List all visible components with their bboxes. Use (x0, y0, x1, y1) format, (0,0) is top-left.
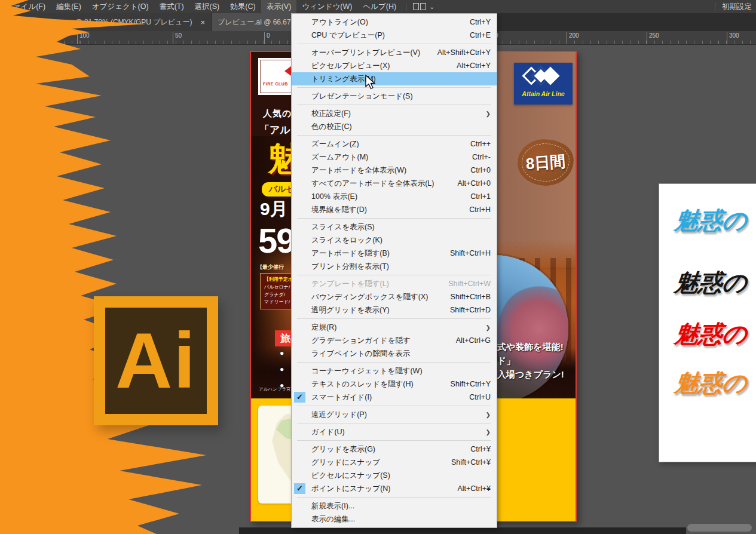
menu-item[interactable]: テキストのスレッドを隠す(H)Shift+Ctrl+Y (292, 378, 497, 391)
document-arrange-icon[interactable]: ⌄ (413, 0, 434, 13)
menu-item[interactable]: 表示の編集... (292, 512, 497, 526)
menu-item-label: アウトライン(O) (311, 17, 368, 27)
pasteboard-shade (239, 527, 686, 534)
menu-item-label: 定規(R) (311, 323, 336, 333)
menu-item[interactable]: 定規(R)❯ (292, 321, 497, 334)
menubar-item[interactable]: 選択(S) (189, 0, 225, 13)
menu-item-label: CPU でプレビュー(P) (311, 30, 385, 41)
ruler-label: 50 (175, 32, 182, 39)
menubar-item[interactable]: 編集(E) (51, 0, 87, 13)
menu-item[interactable]: ズームアウト(M)Ctrl+- (292, 151, 497, 164)
menu-item[interactable]: 境界線を隠す(D)Ctrl+H (292, 203, 497, 216)
menu-item-shortcut: Ctrl+¥ (470, 445, 491, 453)
flyer-headline: 「アル (259, 123, 290, 137)
menu-item-shortcut: Ctrl+U (469, 393, 491, 401)
view-menu-dropdown: アウトライン(O)Ctrl+YCPU でプレビュー(P)Ctrl+Eオーバープリ… (291, 13, 497, 528)
menu-item[interactable]: 校正設定(F)❯ (292, 107, 497, 120)
ruler-label: 300 (729, 32, 739, 39)
menu-item-shortcut: Alt+Ctrl+¥ (457, 484, 491, 493)
menu-item[interactable]: プレゼンテーションモード(S) (292, 90, 497, 103)
menu-item[interactable]: バウンディングボックスを隠す(X)Shift+Ctrl+B (292, 290, 497, 303)
menu-item[interactable]: グリッドを表示(G)Ctrl+¥ (292, 443, 497, 456)
decorated-text-sample: 魅惑の (673, 367, 749, 400)
menubar-item[interactable]: 表示(V) (261, 0, 297, 13)
ruler-label: 0 (267, 32, 270, 39)
menu-item[interactable]: ライブペイントの隙間を表示 (292, 347, 497, 360)
menu-item[interactable]: ズームイン(Z)Ctrl++ (292, 137, 497, 151)
menu-item[interactable]: アートボードを全体表示(W)Ctrl+0 (292, 164, 497, 177)
menu-item[interactable]: スライスをロック(K) (292, 234, 497, 247)
menu-item[interactable]: アートボードを隠す(B)Shift+Ctrl+H (292, 247, 497, 260)
menu-item[interactable]: ピクセルプレビュー(X)Alt+Ctrl+Y (292, 59, 497, 72)
menu-item[interactable]: ✓スマートガイド(I)Ctrl+U (292, 391, 497, 404)
menu-separator (297, 105, 491, 105)
menu-item-label: スライスを表示(S) (311, 222, 375, 232)
menu-item[interactable]: トリミング表示(M) (292, 72, 497, 85)
menu-item-shortcut: Alt+Ctrl+G (456, 336, 491, 345)
flyer-headline: 人気の (263, 108, 292, 119)
menu-item[interactable]: テンプレートを隠す(L)Shift+Ctrl+W (292, 277, 497, 290)
menu-item[interactable]: オーバープリントプレビュー(V)Alt+Shift+Ctrl+Y (292, 46, 497, 59)
menu-item-label: 校正設定(F) (311, 109, 351, 119)
menu-item[interactable]: CPU でプレビュー(P)Ctrl+E (292, 29, 497, 42)
submenu-arrow-icon: ❯ (486, 324, 491, 331)
menu-item-shortcut: Shift+Ctrl+W (448, 280, 491, 288)
menubar-item[interactable]: ファイル(F) (0, 0, 51, 13)
document-tab[interactable]: @ 81.78% (CMYK/GPU プレビュー) × (0, 13, 212, 31)
menu-item-label: 透明グリッドを表示(Y) (311, 305, 390, 315)
airline-logo: Attain Air Line (514, 63, 573, 105)
menubar-item[interactable]: 効果(C) (225, 0, 261, 13)
club-logo-label: FIRE CLUB (263, 82, 288, 86)
flyer-date: 9月 (260, 197, 288, 222)
chevron-down-icon: ⌄ (429, 0, 434, 13)
menu-item-label: テンプレートを隠す(L) (311, 279, 389, 289)
menu-item-label: スマートガイド(I) (311, 392, 372, 403)
checkmark-icon: ✓ (294, 392, 305, 403)
menu-item[interactable]: ガイド(U)❯ (292, 425, 497, 438)
menu-item[interactable]: 透明グリッドを表示(Y)Shift+Ctrl+D (292, 303, 497, 317)
menubar-item[interactable]: ウィンドウ(W) (296, 0, 357, 13)
menu-separator (297, 497, 491, 498)
horizontal-scrollbar[interactable] (687, 524, 752, 532)
menu-item[interactable]: 100% 表示(E)Ctrl+1 (292, 190, 497, 203)
menu-item[interactable]: ピクセルにスナップ(S) (292, 469, 497, 482)
menu-item-shortcut: Alt+Ctrl+Y (457, 62, 491, 70)
menu-item[interactable]: グリッドにスナップShift+Ctrl+¥ (292, 456, 497, 469)
menu-separator (297, 135, 491, 136)
menu-item-label: プレゼンテーションモード(S) (311, 91, 413, 102)
menu-item[interactable]: 遠近グリッド(P)❯ (292, 408, 497, 421)
menu-item-label: テキストのスレッドを隠す(H) (311, 379, 414, 389)
menu-item[interactable]: すべてのアートボードを全体表示(L)Alt+Ctrl+0 (292, 177, 497, 190)
menu-separator (297, 275, 491, 275)
menu-item[interactable]: ✓ポイントにスナップ(N)Alt+Ctrl+¥ (292, 482, 497, 495)
menu-item-label: ポイントにスナップ(N) (311, 484, 391, 494)
menubar-item[interactable]: オブジェクト(O) (87, 0, 154, 13)
menu-item-shortcut: Shift+Ctrl+¥ (451, 458, 491, 467)
menu-separator (297, 44, 491, 44)
photo-caption: アルハンブラ宮殿 (259, 386, 295, 392)
close-icon[interactable]: × (200, 18, 205, 27)
menu-item[interactable]: コーナーウィジェットを隠す(W) (292, 364, 497, 378)
menu-item-label: バウンディングボックスを隠す(X) (311, 292, 428, 302)
menu-item[interactable]: 新規表示(I)... (292, 499, 497, 512)
menu-item[interactable]: アウトライン(O)Ctrl+Y (292, 16, 497, 29)
menu-item[interactable]: スライスを表示(S) (292, 220, 497, 234)
menu-item[interactable]: プリント分割を表示(T) (292, 260, 497, 273)
menu-item[interactable]: グラデーションガイドを隠すAlt+Ctrl+G (292, 334, 497, 347)
flyer-copy-line: 式や装飾を堪能! (497, 342, 564, 353)
arrange-rect-icon (413, 3, 419, 10)
submenu-arrow-icon: ❯ (486, 111, 491, 117)
decorated-text-sample: 魅惑の (673, 204, 749, 237)
menubar-item[interactable]: ヘルプ(H) (357, 0, 402, 13)
menu-item-shortcut: Ctrl+0 (470, 166, 491, 174)
menu-item-label: グリッドにスナップ (311, 458, 380, 468)
submenu-arrow-icon: ❯ (486, 429, 491, 435)
menu-item[interactable]: 色の校正(C) (292, 120, 497, 133)
type-sample-artboard: 魅惑の魅惑の魅惑の魅惑の (659, 183, 756, 462)
menu-item-label: プリント分割を表示(T) (311, 262, 389, 272)
menubar-item[interactable]: 書式(T) (154, 0, 189, 13)
bullet-icon: ● (280, 349, 284, 357)
workspace-switcher[interactable]: 初期設定 (722, 0, 752, 13)
document-tab-label: @ 81.78% (CMYK/GPU プレビュー) (75, 17, 192, 27)
duration-badge-label: 8日間 (525, 151, 567, 174)
